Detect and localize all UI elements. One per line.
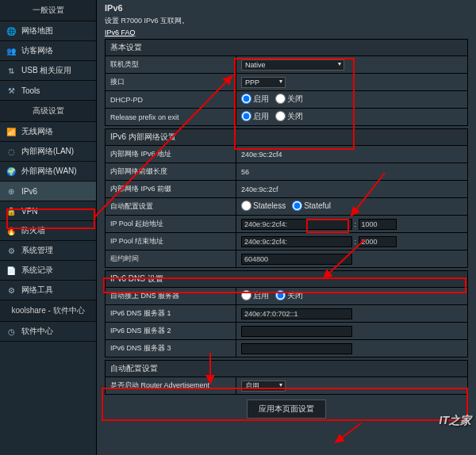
sidebar-item-log[interactable]: 📄系统记录 (0, 261, 96, 281)
log-icon: 📄 (5, 264, 17, 277)
label-conn-type: 联机类型 (106, 56, 236, 74)
annotation-box (306, 219, 349, 233)
sidebar-item-software[interactable]: ◷软件中心 (0, 322, 96, 342)
sidebar-item-label: 系统记录 (21, 265, 53, 276)
sidebar-group-koolshare: koolshare - 软件中心 (0, 300, 96, 322)
lan-icon: ◌ (5, 145, 17, 158)
sidebar-item-guest[interactable]: 👥访客网络 (0, 41, 96, 61)
label-release-prefix: Release prefix on exit (106, 109, 236, 126)
section-auto: 自动配置设置 (105, 360, 468, 377)
input-dns2[interactable] (241, 326, 352, 337)
label-lease: 租约时间 (106, 250, 236, 268)
label-lan-auto: 自动配置设置 (106, 198, 236, 216)
label-interface: 接口 (106, 74, 236, 91)
sidebar-item-nettools[interactable]: ⚙网络工具 (0, 281, 96, 300)
sidebar-item-label: 访客网络 (21, 45, 53, 56)
input-lease[interactable] (241, 254, 352, 265)
radio-stateful[interactable]: Stateful (292, 201, 331, 211)
sidebar-item-usb[interactable]: ⇅USB 相关应用 (0, 61, 96, 81)
radio-stateless[interactable]: Stateless (241, 201, 286, 211)
sidebar-item-label: 软件中心 (21, 326, 53, 337)
software-icon: ◷ (5, 325, 17, 338)
label-dhcp-pd: DHCP-PD (106, 91, 236, 109)
gear-icon: ⚙ (5, 284, 17, 296)
faq-link[interactable]: IPv6 FAQ (105, 29, 136, 36)
label-dns1: IPv6 DNS 服务器 1 (106, 305, 236, 323)
sidebar-item-label: 内部网络(LAN) (21, 146, 74, 157)
label-lan-prefix: 内部网络 IPv6 前缀 (106, 181, 236, 198)
sidebar-item-label: 网络地图 (21, 25, 53, 36)
label-lan-addr: 内部网络 IPv6 地址 (106, 146, 236, 163)
sidebar-item-wireless[interactable]: 📶无线网络 (0, 122, 96, 142)
annotation-box (102, 388, 468, 421)
usb-icon: ⇅ (5, 64, 17, 77)
annotation-box (6, 208, 95, 229)
sidebar-item-network-map[interactable]: 🌐网络地图 (0, 21, 96, 41)
input-dns3[interactable] (241, 343, 352, 354)
sidebar-group-advanced: 高级设置 (0, 101, 96, 122)
users-icon: 👥 (5, 44, 17, 57)
wifi-icon: 📶 (5, 125, 17, 138)
input-pool-start-suffix[interactable] (359, 219, 397, 230)
section-basic: 基本设置 (105, 39, 468, 55)
wan-icon: 🌍 (5, 165, 17, 178)
sidebar-item-label: 无线网络 (21, 126, 53, 137)
sidebar-item-lan[interactable]: ◌内部网络(LAN) (0, 142, 96, 162)
ipv6-icon: ⊕ (5, 185, 17, 197)
sidebar-item-label: IPv6 (21, 187, 37, 196)
sidebar-item-label: 外部网络(WAN) (21, 166, 77, 177)
label-pool-start: IP Pool 起始地址 (106, 216, 236, 233)
sidebar-item-tools[interactable]: ⚒Tools (0, 81, 96, 101)
sidebar-item-label: USB 相关应用 (21, 65, 71, 76)
label-lan-plen: 内部网络前缀长度 (106, 163, 236, 181)
input-dns1[interactable] (241, 308, 352, 319)
sidebar-item-label: 网络工具 (21, 285, 53, 296)
tools-icon: ⚒ (5, 84, 17, 97)
sidebar-item-label: Tools (21, 86, 40, 95)
globe-icon: 🌐 (5, 25, 17, 37)
value-lan-prefix: 240e:9c:2cf (236, 181, 468, 198)
annotation-box (234, 58, 355, 150)
label-dns2: IPv6 DNS 服务器 2 (106, 323, 236, 340)
value-lan-plen: 56 (236, 163, 468, 181)
label-pool-end: IP Pool 结束地址 (106, 233, 236, 250)
watermark: IT之家 (440, 414, 471, 428)
sidebar-item-ipv6[interactable]: ⊕IPv6 (0, 182, 96, 201)
page-description: 设置 R7000 IPv6 互联网。 (105, 16, 468, 26)
input-pool-end-prefix[interactable] (241, 236, 352, 247)
label-dns3: IPv6 DNS 服务器 3 (106, 340, 236, 358)
annotation-box (103, 277, 466, 293)
input-pool-end-suffix[interactable] (359, 236, 397, 247)
page-title: IPv6 (105, 3, 468, 13)
admin-icon: ⚙ (5, 244, 17, 257)
sidebar-item-label: 系统管理 (21, 245, 53, 256)
sidebar-item-admin[interactable]: ⚙系统管理 (0, 241, 96, 261)
sidebar-group-general: 一般设置 (0, 0, 96, 21)
sidebar-item-wan[interactable]: 🌍外部网络(WAN) (0, 162, 96, 182)
